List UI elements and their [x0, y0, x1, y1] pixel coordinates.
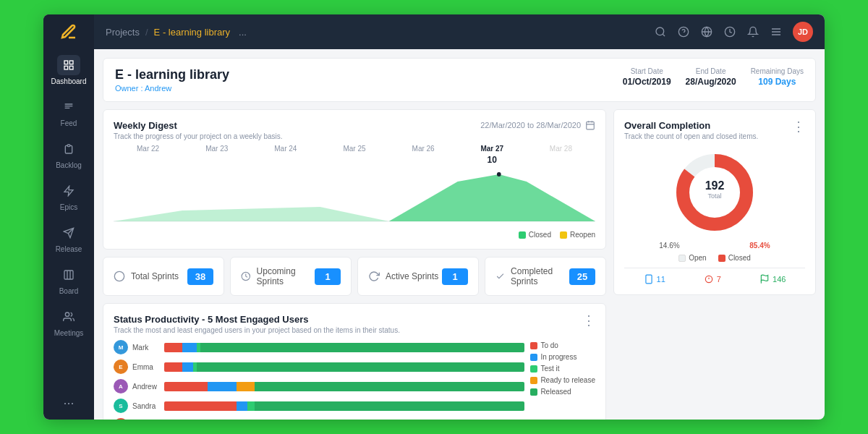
weekly-digest-title: Weekly Digest: [114, 120, 283, 131]
total-sprints-label: Total Sprints: [131, 271, 179, 281]
app-logo[interactable]: [43, 14, 94, 49]
sidebar-label-release: Release: [56, 245, 82, 253]
page-title: E - learning library: [115, 67, 229, 82]
user-bar-sandra: [164, 401, 524, 411]
status-more-icon[interactable]: ⋮: [582, 314, 595, 327]
weekly-digest-card: Weekly Digest Track the progress of your…: [103, 109, 606, 250]
legend-closed-donut: Closed: [718, 254, 751, 262]
sidebar: Dashboard Feed Backlog: [43, 14, 94, 420]
sidebar-item-feed[interactable]: Feed: [43, 91, 94, 133]
svg-rect-21: [587, 122, 595, 129]
nav-current-project[interactable]: E - learning library: [154, 27, 231, 38]
legend-reopen: Reopen: [560, 231, 595, 239]
sidebar-item-backlog[interactable]: Backlog: [43, 133, 94, 175]
project-header: E - learning library Owner : Andrew Star…: [103, 58, 816, 102]
remaining-days: Remaining Days 109 Days: [751, 67, 804, 87]
active-sprints-count: 1: [442, 268, 468, 285]
user-row-emma: E Emma: [114, 359, 524, 374]
svg-point-28: [497, 172, 501, 176]
status-legend: To do In progress Test it: [530, 340, 595, 420]
svg-text:Total: Total: [707, 192, 721, 200]
upcoming-sprints-count: 1: [315, 268, 341, 285]
svg-rect-3: [69, 66, 73, 69]
svg-rect-7: [64, 271, 73, 279]
svg-rect-0: [64, 61, 68, 64]
svg-marker-26: [389, 174, 595, 221]
total-sprints-icon: [114, 271, 125, 282]
calendar-icon[interactable]: [585, 120, 595, 130]
svg-marker-4: [64, 186, 73, 195]
pct-closed: 85.4%: [749, 242, 770, 250]
svg-rect-1: [69, 61, 73, 64]
sidebar-item-epics[interactable]: Epics: [43, 175, 94, 217]
user-row-sandra: S Sandra: [114, 399, 524, 413]
completed-sprints-icon: [495, 271, 505, 282]
sidebar-item-board[interactable]: Board: [43, 259, 94, 301]
user-row-mark: M Mark: [114, 340, 524, 354]
sidebar-label-feed: Feed: [61, 119, 77, 127]
user-avatar-mark: M: [114, 340, 128, 354]
user-name-sandra: Sandra: [132, 402, 160, 410]
sidebar-item-meetings[interactable]: Meetings: [43, 301, 94, 343]
sidebar-more-button[interactable]: ···: [63, 396, 74, 411]
completed-sprints-label: Completed Sprints: [511, 266, 569, 286]
legend-in-progress: In progress: [530, 353, 595, 361]
active-sprints-card[interactable]: Active Sprints 1: [357, 257, 479, 296]
nav-more-button[interactable]: ...: [239, 27, 247, 38]
legend-released: Released: [530, 388, 595, 396]
weekly-digest-subtitle: Track the progress of your project on a …: [114, 132, 283, 140]
user-avatar-emma: E: [114, 359, 128, 374]
svg-rect-35: [645, 275, 651, 284]
globe-icon[interactable]: [700, 25, 713, 38]
stat-bugs: 7: [704, 274, 721, 284]
bell-icon[interactable]: [746, 25, 760, 38]
status-prod-subtitle: Track the most and least engaged users i…: [114, 326, 400, 334]
user-bar-mark: [164, 343, 524, 352]
sidebar-label-meetings: Meetings: [54, 329, 84, 337]
chart-legend: Closed Reopen: [114, 231, 595, 239]
top-nav: Projects / E - learning library ...: [94, 14, 825, 49]
completion-subtitle: Track the count of open and closed items…: [624, 132, 758, 140]
active-sprints-icon: [368, 271, 380, 282]
stat-issues: 11: [644, 274, 665, 284]
project-dates: Start Date 01/Oct/2019 End Date 28/Aug/2…: [623, 67, 804, 87]
nav-projects[interactable]: Projects: [106, 27, 140, 38]
user-row-andrew: A Andrew: [114, 379, 524, 393]
pct-open: 14.6%: [659, 242, 679, 250]
stat-flags: 146: [760, 274, 786, 284]
search-icon[interactable]: [654, 25, 667, 38]
help-icon[interactable]: [677, 25, 690, 38]
svg-line-12: [663, 34, 665, 36]
settings-icon[interactable]: [770, 25, 783, 38]
sidebar-label-board: Board: [59, 287, 79, 295]
weekly-date-range: 22/Mar/2020 to 28/Mar/2020: [480, 121, 581, 129]
clock-icon[interactable]: [723, 25, 736, 38]
nav-actions: JD: [654, 22, 813, 42]
upcoming-sprints-label: Upcoming Sprints: [257, 266, 315, 286]
completion-more-icon[interactable]: ⋮: [792, 120, 805, 133]
upcoming-sprints-icon: [241, 271, 251, 282]
user-bar-andrew: [164, 382, 524, 391]
user-name-mark: Mark: [132, 344, 160, 352]
total-sprints-card[interactable]: Total Sprints 38: [103, 257, 224, 296]
sidebar-item-dashboard[interactable]: Dashboard: [43, 49, 94, 91]
svg-point-29: [114, 271, 124, 281]
sidebar-label-dashboard: Dashboard: [51, 77, 87, 85]
breadcrumb: Projects / E - learning library ...: [106, 27, 645, 38]
sidebar-item-release[interactable]: Release: [43, 217, 94, 259]
status-prod-title: Status Productivity - 5 Most Engaged Use…: [114, 314, 400, 325]
sidebar-label-backlog: Backlog: [56, 161, 82, 169]
user-avatar[interactable]: JD: [793, 22, 813, 42]
project-owner: Owner : Andrew: [115, 84, 229, 93]
completion-stats: 11 7 146: [624, 268, 805, 284]
chart-day-mar22: Mar 22: [114, 145, 182, 166]
donut-chart: 192 Total: [671, 149, 758, 236]
sprint-cards-grid: Total Sprints 38 Upcoming Sprints 1: [103, 257, 606, 296]
donut-legend: Open Closed: [624, 254, 805, 262]
completion-title: Overall Completion: [624, 120, 758, 131]
completed-sprints-card[interactable]: Completed Sprints 25: [485, 257, 606, 296]
user-row-omar: O Omar: [114, 418, 524, 420]
upcoming-sprints-card[interactable]: Upcoming Sprints 1: [230, 257, 352, 296]
completion-card: Overall Completion Track the count of op…: [613, 109, 816, 295]
user-avatar-omar: O: [114, 418, 128, 420]
